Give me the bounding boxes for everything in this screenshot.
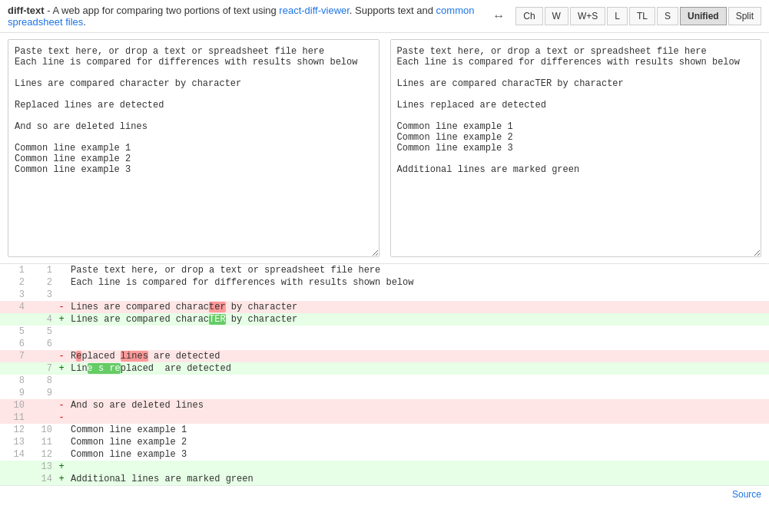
diff-sign	[55, 264, 68, 276]
right-line-num: 7	[28, 362, 55, 375]
highlight-deleted: ter	[209, 302, 226, 312]
view-ch-button[interactable]: Ch	[515, 7, 542, 25]
table-row: 4 - Lines are compared character by char…	[0, 301, 769, 313]
table-row: 9 9	[0, 387, 769, 399]
table-row: 14 12 Common line example 3	[0, 448, 769, 461]
left-line-num	[0, 473, 28, 485]
diff-sign	[55, 436, 68, 448]
view-s-button[interactable]: S	[657, 7, 678, 25]
table-row: 1 1 Paste text here, or drop a text or s…	[0, 264, 769, 276]
diff-sign: +	[55, 473, 68, 485]
text-gap	[380, 39, 390, 257]
diff-content	[68, 461, 769, 473]
header-desc2: . Supports text and	[350, 5, 436, 16]
diff-content: Paste text here, or drop a text or sprea…	[68, 264, 769, 276]
right-line-num: 14	[28, 473, 55, 485]
table-row: 3 3	[0, 289, 769, 301]
table-row: 7 - Replaced lines are detected	[0, 350, 769, 362]
diff-content: Common line example 2	[68, 436, 769, 448]
diff-sign	[55, 424, 68, 436]
diff-content: Line s replaced are detected	[68, 362, 769, 375]
left-line-num: 4	[0, 301, 28, 313]
left-line-num: 12	[0, 424, 28, 436]
header-title: diff-text - A web app for comparing two …	[8, 5, 482, 28]
highlight-deleted: lines	[121, 351, 148, 362]
diff-content	[68, 387, 769, 399]
diff-sign	[55, 338, 68, 350]
left-line-num: 2	[0, 276, 28, 289]
table-row: 13 +	[0, 461, 769, 473]
table-row: 4 + Lines are compared characTER by char…	[0, 313, 769, 325]
table-row: 8 8	[0, 375, 769, 387]
diff-content: And so are deleted lines	[68, 399, 769, 411]
footer: Source	[0, 485, 769, 503]
diff-sign	[55, 289, 68, 301]
react-diff-viewer-link[interactable]: react-diff-viewer	[279, 5, 350, 16]
diff-content: Lines are compared character by characte…	[68, 301, 769, 313]
diff-sign: +	[55, 461, 68, 473]
view-ws-button[interactable]: W+S	[570, 7, 605, 25]
right-line-num: 13	[28, 461, 55, 473]
left-line-num: 1	[0, 264, 28, 276]
left-line-num: 8	[0, 375, 28, 387]
diff-sign	[55, 387, 68, 399]
right-line-num	[28, 350, 55, 362]
right-textarea[interactable]: Paste text here, or drop a text or sprea…	[391, 40, 761, 256]
table-row: 5 5	[0, 325, 769, 338]
table-row: 7 + Line s replaced are detected	[0, 362, 769, 375]
view-l-button[interactable]: L	[607, 7, 628, 25]
highlight-deleted: e	[76, 351, 81, 362]
left-line-num: 10	[0, 399, 28, 411]
source-link[interactable]: Source	[732, 489, 761, 500]
right-line-num: 3	[28, 289, 55, 301]
view-w-button[interactable]: W	[545, 7, 568, 25]
header-desc1: - A web app for comparing two portions o…	[45, 5, 280, 16]
highlight-inserted: e s re	[88, 363, 121, 374]
left-textarea[interactable]: Paste text here, or drop a text or sprea…	[8, 40, 379, 256]
highlight-inserted: TER	[209, 314, 226, 325]
view-buttons: Ch W W+S L TL S Unified Split	[515, 7, 761, 25]
diff-content	[68, 338, 769, 350]
diff-content: Each line is compared for differences wi…	[68, 276, 769, 289]
left-line-num: 5	[0, 325, 28, 338]
diff-content: Replaced lines are detected	[68, 350, 769, 362]
diff-sign	[55, 276, 68, 289]
left-line-num: 6	[0, 338, 28, 350]
diff-sign	[55, 375, 68, 387]
right-line-num: 9	[28, 387, 55, 399]
right-line-num	[28, 399, 55, 411]
diff-sign	[55, 325, 68, 338]
left-line-num: 14	[0, 448, 28, 461]
diff-content	[68, 289, 769, 301]
text-areas: Paste text here, or drop a text or sprea…	[0, 33, 769, 263]
left-line-num	[0, 461, 28, 473]
right-line-num: 8	[28, 375, 55, 387]
header: diff-text - A web app for comparing two …	[0, 0, 769, 33]
diff-content: Lines are compared characTER by characte…	[68, 313, 769, 325]
diff-content	[68, 325, 769, 338]
swap-button[interactable]: ↔	[488, 8, 509, 25]
diff-content: Common line example 3	[68, 448, 769, 461]
right-line-num: 4	[28, 313, 55, 325]
view-unified-button[interactable]: Unified	[680, 7, 727, 25]
right-line-num: 11	[28, 436, 55, 448]
left-line-num: 13	[0, 436, 28, 448]
diff-content	[68, 411, 769, 424]
right-line-num: 5	[28, 325, 55, 338]
diff-sign: +	[55, 362, 68, 375]
diff-content: Common line example 1	[68, 424, 769, 436]
diff-table: 1 1 Paste text here, or drop a text or s…	[0, 264, 769, 485]
left-text-panel: Paste text here, or drop a text or sprea…	[8, 39, 380, 257]
left-line-num	[0, 313, 28, 325]
view-tl-button[interactable]: TL	[629, 7, 655, 25]
left-line-num: 11	[0, 411, 28, 424]
diff-sign: -	[55, 301, 68, 313]
right-line-num: 1	[28, 264, 55, 276]
view-split-button[interactable]: Split	[728, 7, 761, 25]
table-row: 6 6	[0, 338, 769, 350]
header-desc3: .	[83, 16, 86, 28]
diff-content	[68, 375, 769, 387]
right-line-num: 10	[28, 424, 55, 436]
left-line-num	[0, 362, 28, 375]
right-line-num	[28, 411, 55, 424]
